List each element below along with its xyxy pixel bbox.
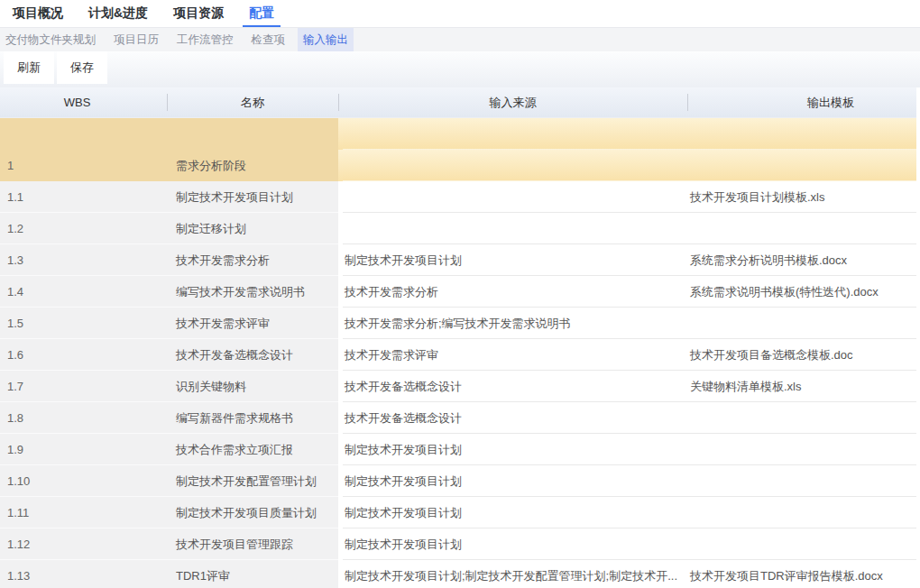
cell-wbs: 1.3 bbox=[0, 244, 167, 276]
table-row[interactable]: 1.13TDR1评审制定技术开发项目计划;制定技术开发配置管理计划;制定技术开.… bbox=[0, 560, 916, 588]
table-row[interactable]: 1.12技术开发项目管理跟踪制定技术开发项目计划 bbox=[0, 528, 916, 560]
cell-output-template: 技术开发项目TDR评审报告模板.docx bbox=[687, 560, 916, 588]
cell-wbs: 1.6 bbox=[0, 339, 167, 371]
cell-input-source: 技术开发备选概念设计 bbox=[343, 402, 687, 434]
cell-output-template bbox=[687, 528, 916, 560]
wbs-input-output-grid: WBS 名称 输入来源 输出模板 1需求分析阶段1.1制定技术开发项目计划技术开… bbox=[0, 87, 916, 588]
cell-wbs: 1.7 bbox=[0, 371, 167, 402]
cell-input-source: 技术开发需求分析 bbox=[343, 276, 687, 308]
main-tab-bar: 项目概况计划&进度项目资源配置 bbox=[0, 0, 920, 28]
table-row[interactable]: 1.3技术开发需求分析制定技术开发项目计划系统需求分析说明书模板.docx bbox=[0, 244, 916, 276]
cell-input-source: 制定技术开发项目计划 bbox=[343, 244, 687, 276]
cell-name: 技术合作需求立项汇报 bbox=[167, 434, 338, 465]
cell-output-template: 系统需求分析说明书模板.docx bbox=[687, 244, 916, 276]
cell-name: 技术开发需求评审 bbox=[167, 308, 338, 339]
cell-input-source bbox=[343, 213, 687, 244]
cell-name: 编写新器件需求规格书 bbox=[167, 402, 338, 434]
cell-name bbox=[167, 118, 338, 150]
cell-wbs: 1 bbox=[0, 150, 167, 181]
cell-wbs: 1.9 bbox=[0, 434, 167, 465]
tab-plan-progress[interactable]: 计划&进度 bbox=[82, 0, 154, 27]
grid-body: 1需求分析阶段1.1制定技术开发项目计划技术开发项目计划模板.xls1.2制定迁… bbox=[0, 118, 916, 588]
cell-wbs: 1.8 bbox=[0, 402, 167, 434]
cell-wbs: 1.1 bbox=[0, 181, 167, 213]
subtab-project-calendar[interactable]: 项目日历 bbox=[108, 28, 164, 51]
cell-name: 需求分析阶段 bbox=[167, 150, 338, 181]
config-subtab-bar: 交付物文件夹规划项目日历工作流管控检查项输入输出 bbox=[0, 28, 920, 51]
cell-output-template: 关键物料清单模板.xls bbox=[687, 371, 916, 402]
table-row[interactable]: 1.2制定迁移计划 bbox=[0, 213, 916, 244]
cell-input-source: 制定技术开发项目计划 bbox=[343, 528, 687, 560]
cell-wbs: 1.5 bbox=[0, 308, 167, 339]
cell-name: 技术开发备选概念设计 bbox=[167, 339, 338, 371]
table-row[interactable]: 1.10制定技术开发配置管理计划制定技术开发项目计划 bbox=[0, 465, 916, 497]
tab-project-resource[interactable]: 项目资源 bbox=[167, 0, 230, 27]
cell-wbs bbox=[0, 118, 167, 150]
cell-input-source bbox=[343, 118, 687, 150]
cell-input-source: 技术开发需求分析;编写技术开发需求说明书 bbox=[343, 308, 687, 339]
cell-output-template bbox=[687, 213, 916, 244]
table-row[interactable]: 1.7识别关键物料技术开发备选概念设计关键物料清单模板.xls bbox=[0, 371, 916, 402]
cell-name: 制定迁移计划 bbox=[167, 213, 338, 244]
subtab-check-items[interactable]: 检查项 bbox=[246, 28, 291, 51]
table-row[interactable]: 1.5技术开发需求评审技术开发需求分析;编写技术开发需求说明书 bbox=[0, 308, 916, 339]
cell-input-source bbox=[343, 150, 687, 181]
cell-input-source: 技术开发需求评审 bbox=[343, 339, 687, 371]
cell-name: TDR1评审 bbox=[167, 560, 338, 588]
cell-input-source: 制定技术开发项目计划;制定技术开发配置管理计划;制定技术开... bbox=[343, 560, 687, 588]
cell-output-template: 技术开发项目计划模板.xls bbox=[687, 181, 916, 213]
table-row[interactable]: 1需求分析阶段 bbox=[0, 150, 916, 181]
refresh-button[interactable]: 刷新 bbox=[4, 51, 54, 84]
cell-output-template: 技术开发项目备选概念模板.doc bbox=[687, 339, 916, 371]
cell-output-template bbox=[687, 497, 916, 528]
subtab-input-output[interactable]: 输入输出 bbox=[298, 28, 354, 51]
table-row[interactable]: 1.9技术合作需求立项汇报制定技术开发项目计划 bbox=[0, 434, 916, 465]
tab-project-overview[interactable]: 项目概况 bbox=[6, 0, 69, 27]
cell-input-source: 制定技术开发项目计划 bbox=[343, 434, 687, 465]
cell-output-template: 系统需求说明书模板(特性迭代).docx bbox=[687, 276, 916, 308]
cell-name: 制定技术开发项目质量计划 bbox=[167, 497, 338, 528]
grid-header-row: WBS 名称 输入来源 输出模板 bbox=[0, 87, 916, 118]
column-header-output-template[interactable]: 输出模板 bbox=[687, 87, 916, 117]
cell-output-template bbox=[687, 118, 916, 150]
subtab-workflow-control[interactable]: 工作流管控 bbox=[171, 28, 239, 51]
table-row[interactable]: 1.1制定技术开发项目计划技术开发项目计划模板.xls bbox=[0, 181, 916, 213]
table-row[interactable]: 1.11制定技术开发项目质量计划制定技术开发项目计划 bbox=[0, 497, 916, 528]
cell-name: 编写技术开发需求说明书 bbox=[167, 276, 338, 308]
save-button[interactable]: 保存 bbox=[57, 51, 107, 84]
cell-name: 技术开发项目管理跟踪 bbox=[167, 528, 338, 560]
cell-input-source: 技术开发备选概念设计 bbox=[343, 371, 687, 402]
cell-wbs: 1.4 bbox=[0, 276, 167, 308]
cell-input-source bbox=[343, 181, 687, 213]
tab-configuration[interactable]: 配置 bbox=[243, 0, 281, 27]
cell-wbs: 1.2 bbox=[0, 213, 167, 244]
toolbar: 刷新 保存 bbox=[0, 51, 920, 87]
cell-output-template bbox=[687, 434, 916, 465]
project-config-page: 项目概况计划&进度项目资源配置 交付物文件夹规划项目日历工作流管控检查项输入输出… bbox=[0, 0, 920, 588]
cell-wbs: 1.12 bbox=[0, 528, 167, 560]
table-row[interactable] bbox=[0, 118, 916, 150]
cell-output-template bbox=[687, 465, 916, 497]
table-row[interactable]: 1.8编写新器件需求规格书技术开发备选概念设计 bbox=[0, 402, 916, 434]
cell-wbs: 1.13 bbox=[0, 560, 167, 588]
cell-input-source: 制定技术开发项目计划 bbox=[343, 497, 687, 528]
column-header-input-source[interactable]: 输入来源 bbox=[338, 87, 687, 117]
cell-output-template bbox=[687, 308, 916, 339]
column-header-name[interactable]: 名称 bbox=[167, 87, 338, 117]
cell-output-template bbox=[687, 150, 916, 181]
cell-name: 制定技术开发项目计划 bbox=[167, 181, 338, 213]
cell-name: 技术开发需求分析 bbox=[167, 244, 338, 276]
column-header-wbs[interactable]: WBS bbox=[0, 87, 167, 117]
cell-input-source: 制定技术开发项目计划 bbox=[343, 465, 687, 497]
cell-wbs: 1.10 bbox=[0, 465, 167, 497]
cell-name: 制定技术开发配置管理计划 bbox=[167, 465, 338, 497]
cell-name: 识别关键物料 bbox=[167, 371, 338, 402]
cell-output-template bbox=[687, 402, 916, 434]
subtab-deliverable-folder-plan[interactable]: 交付物文件夹规划 bbox=[0, 28, 101, 51]
table-row[interactable]: 1.6技术开发备选概念设计技术开发需求评审技术开发项目备选概念模板.doc bbox=[0, 339, 916, 371]
cell-wbs: 1.11 bbox=[0, 497, 167, 528]
table-row[interactable]: 1.4编写技术开发需求说明书技术开发需求分析系统需求说明书模板(特性迭代).do… bbox=[0, 276, 916, 308]
